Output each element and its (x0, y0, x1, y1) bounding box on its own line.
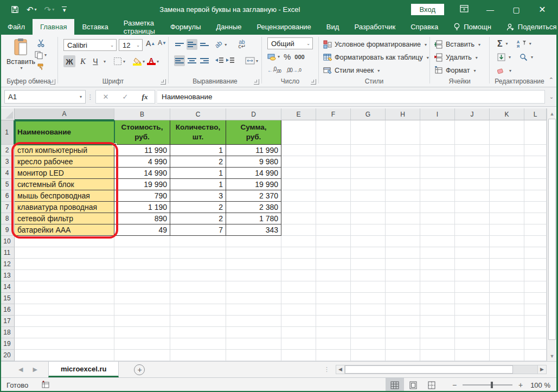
cell-A4[interactable]: монитор LED (15, 168, 114, 179)
cell-G13[interactable] (351, 270, 386, 281)
cell-E2[interactable] (281, 145, 316, 156)
cell-G12[interactable] (351, 259, 386, 270)
cell-J4[interactable] (455, 168, 490, 179)
cell-E13[interactable] (281, 270, 316, 281)
cell-A17[interactable] (15, 316, 114, 327)
format-painter-button[interactable] (35, 63, 47, 71)
cell-I17[interactable] (420, 316, 455, 327)
cell-B1[interactable]: Стоимость, руб. (114, 120, 170, 145)
cell-E16[interactable] (281, 304, 316, 316)
cell-E12[interactable] (281, 259, 316, 270)
cell-F2[interactable] (316, 145, 351, 156)
cell-K19[interactable] (490, 338, 524, 350)
cell-L3[interactable] (524, 156, 547, 168)
cell-F6[interactable] (316, 190, 351, 202)
cell-E8[interactable] (281, 213, 316, 224)
cell-J2[interactable] (455, 145, 490, 156)
increase-font-button[interactable]: A▲ (146, 39, 155, 48)
cell-B4[interactable]: 14 990 (114, 168, 170, 179)
bold-button[interactable]: Ж (63, 55, 75, 67)
cell-B5[interactable]: 19 990 (114, 179, 170, 190)
cell-H3[interactable] (386, 156, 420, 168)
font-color-button[interactable]: А ▾ (147, 57, 159, 65)
cell-I10[interactable] (420, 236, 455, 247)
cell-K1[interactable] (490, 120, 524, 145)
save-icon[interactable] (11, 5, 19, 14)
cell-G4[interactable] (351, 168, 386, 179)
cell-H8[interactable] (386, 213, 420, 224)
alignment-dialog-launcher-icon[interactable] (254, 79, 259, 85)
select-all-corner[interactable] (0, 108, 15, 120)
cell-L17[interactable] (524, 316, 547, 327)
cell-I9[interactable] (420, 224, 455, 236)
cell-F9[interactable] (316, 224, 351, 236)
cell-L6[interactable] (524, 190, 547, 202)
cell-L11[interactable] (524, 247, 547, 259)
cell-C2[interactable]: 1 (170, 145, 226, 156)
maximize-button[interactable]: ▢ (510, 5, 522, 14)
cell-B8[interactable]: 890 (114, 213, 170, 224)
horizontal-scroll-thumb[interactable] (345, 365, 513, 374)
cell-C13[interactable] (170, 270, 226, 281)
cell-D20[interactable] (226, 350, 281, 361)
cell-L12[interactable] (524, 259, 547, 270)
copy-button[interactable]: ▾ (35, 51, 47, 59)
confirm-entry-icon[interactable]: ✓ (116, 93, 135, 101)
cell-A16[interactable] (15, 304, 114, 316)
borders-button[interactable]: ▾ (113, 57, 125, 66)
view-page-break-button[interactable] (422, 378, 441, 392)
column-header-I[interactable]: I (420, 108, 455, 120)
next-sheet-icon[interactable]: ▶ (33, 366, 37, 373)
cell-E6[interactable] (281, 190, 316, 202)
font-size-select[interactable]: 12⌄ (119, 39, 143, 51)
cell-F7[interactable] (316, 202, 351, 213)
cell-D16[interactable] (226, 304, 281, 316)
cell-F15[interactable] (316, 293, 351, 304)
decrease-decimal-button[interactable]: ,00→,0 (286, 67, 302, 73)
cell-E19[interactable] (281, 338, 316, 350)
accounting-format-button[interactable]: ▾ (267, 53, 280, 61)
row-header-19[interactable]: 19 (0, 338, 15, 350)
collapse-ribbon-icon[interactable]: ⌃ (549, 76, 554, 83)
cell-E5[interactable] (281, 179, 316, 190)
cell-K16[interactable] (490, 304, 524, 316)
cell-E11[interactable] (281, 247, 316, 259)
cell-F10[interactable] (316, 236, 351, 247)
ribbon-tab-7[interactable]: Вид (319, 19, 347, 35)
cell-D4[interactable]: 14 990 (226, 168, 281, 179)
format-cells-button[interactable]: Формат▾ (434, 64, 480, 77)
column-header-F[interactable]: F (316, 108, 351, 120)
zoom-in-icon[interactable]: + (515, 381, 527, 389)
cancel-entry-icon[interactable]: ✕ (96, 93, 116, 101)
sort-filter-button[interactable]: АЯ (517, 40, 526, 48)
cell-C12[interactable] (170, 259, 226, 270)
cell-J16[interactable] (455, 304, 490, 316)
clipboard-dialog-launcher-icon[interactable] (50, 79, 55, 85)
cell-A2[interactable]: стол компьютерный (15, 145, 114, 156)
cell-H17[interactable] (386, 316, 420, 327)
cell-E15[interactable] (281, 293, 316, 304)
paste-button[interactable]: Вставить ▾ (7, 38, 35, 70)
percent-style-button[interactable]: % (284, 52, 291, 61)
cell-I11[interactable] (420, 247, 455, 259)
cut-button[interactable] (35, 39, 47, 47)
cell-B19[interactable] (114, 338, 170, 350)
cell-K4[interactable] (490, 168, 524, 179)
cell-A6[interactable]: мышь беспроводная (15, 190, 114, 202)
new-sheet-button[interactable]: + (134, 364, 145, 375)
cell-F14[interactable] (316, 281, 351, 293)
scroll-right-icon[interactable]: ▶ (537, 365, 547, 374)
cell-G10[interactable] (351, 236, 386, 247)
cell-J15[interactable] (455, 293, 490, 304)
cell-L2[interactable] (524, 145, 547, 156)
font-dialog-launcher-icon[interactable] (161, 79, 166, 85)
cell-E14[interactable] (281, 281, 316, 293)
cell-F13[interactable] (316, 270, 351, 281)
cell-K15[interactable] (490, 293, 524, 304)
cell-J3[interactable] (455, 156, 490, 168)
cell-G11[interactable] (351, 247, 386, 259)
column-header-J[interactable]: J (455, 108, 490, 120)
cell-F19[interactable] (316, 338, 351, 350)
increase-indent-button[interactable] (226, 57, 235, 65)
cell-G7[interactable] (351, 202, 386, 213)
